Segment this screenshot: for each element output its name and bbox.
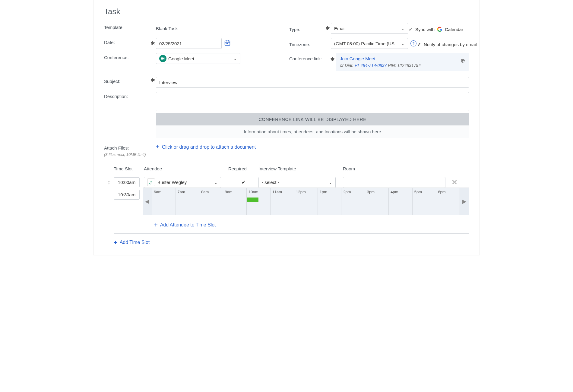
- add-attendee-button[interactable]: + Add Attendee to Time Slot: [154, 222, 216, 229]
- pin-value: 122483179#: [397, 63, 421, 68]
- svg-rect-6: [462, 60, 465, 63]
- calendar-word: Calendar: [445, 27, 463, 32]
- conf-placeholder-banner: CONFERENCE LINK WILL BE DISPLAYED HERE: [156, 113, 469, 125]
- chevron-down-icon: ⌄: [214, 180, 218, 185]
- timeline-hour: 2pm: [341, 188, 365, 215]
- add-time-slot-button[interactable]: + Add Time Slot: [114, 239, 150, 246]
- svg-point-8: [151, 181, 152, 182]
- header-time: Time Slot: [114, 166, 143, 171]
- attendee-name: Buster Wegley: [157, 180, 187, 185]
- date-input[interactable]: 02/25/2021: [156, 38, 222, 49]
- required-checkbox[interactable]: [241, 180, 246, 185]
- conference-link-box: Join Google Meet or Dial: +1 484-714-083…: [336, 53, 469, 71]
- notify-checkbox[interactable]: [416, 42, 421, 47]
- chevron-down-icon: ⌄: [401, 26, 405, 31]
- conference-link-label: Conference link:: [289, 53, 330, 61]
- plus-icon: +: [114, 239, 117, 246]
- timeline-hour: 11am: [271, 188, 294, 215]
- conference-select[interactable]: Google Meet ⌄: [156, 53, 240, 64]
- timeline-hour: 12pm: [294, 188, 318, 215]
- plus-icon: +: [156, 144, 160, 150]
- date-label: Date:: [104, 38, 150, 45]
- timeline-event[interactable]: [247, 198, 258, 202]
- notify-label: Notify of changes by email: [424, 42, 477, 47]
- subject-label: Subject:: [104, 77, 150, 84]
- timeline[interactable]: 6am7am8am9am10am11am12pm1pm2pm3pm4pm5pm6…: [152, 188, 460, 215]
- timeline-prev-button[interactable]: ◀: [143, 188, 152, 215]
- avatar-icon: [147, 179, 155, 186]
- interview-template-select[interactable]: - select - ⌄: [258, 177, 336, 188]
- timeline-hour: 3pm: [365, 188, 389, 215]
- dial-phone-link[interactable]: +1 484-714-0837: [354, 63, 387, 68]
- chevron-down-icon: ⌄: [401, 41, 405, 46]
- description-textarea[interactable]: [156, 92, 469, 111]
- attach-link[interactable]: + Click or drag and drop to attach a doc…: [156, 144, 256, 150]
- header-attendee: Attendee: [143, 166, 228, 171]
- attendee-select[interactable]: Buster Wegley ⌄: [144, 177, 221, 188]
- slot-end-input[interactable]: 10:30am: [114, 190, 140, 200]
- sync-label: Sync with: [415, 27, 435, 32]
- attach-sublabel: (3 files max, 10MB limit): [104, 152, 150, 157]
- attach-cta-text: Click or drag and drop to attach a docum…: [162, 144, 256, 150]
- page-title: Task: [104, 7, 469, 16]
- timeline-hour: 6am: [152, 188, 176, 215]
- sync-checkbox[interactable]: [408, 27, 413, 32]
- svg-rect-4: [226, 43, 227, 44]
- svg-rect-5: [227, 43, 228, 44]
- join-meet-link[interactable]: Join Google Meet: [340, 56, 375, 61]
- timeline-hour: 7am: [176, 188, 200, 215]
- conference-label: Conference:: [104, 53, 150, 60]
- header-template: Interview Template: [258, 166, 343, 171]
- svg-rect-7: [461, 59, 464, 62]
- timeline-next-button[interactable]: ▶: [460, 188, 469, 215]
- conference-select-value: Google Meet: [168, 56, 194, 61]
- room-input[interactable]: [343, 177, 445, 188]
- timezone-label: Timezone:: [289, 40, 325, 47]
- timeline-hour: 9am: [223, 188, 247, 215]
- dial-label: or Dial:: [340, 63, 353, 68]
- plus-icon: +: [154, 222, 158, 229]
- description-label: Description:: [104, 92, 150, 99]
- timeline-hour: 8am: [199, 188, 223, 215]
- interview-template-value: - select -: [262, 180, 279, 185]
- date-input-value: 02/25/2021: [159, 41, 182, 46]
- type-select-value: Email: [334, 26, 346, 31]
- pin-label: PIN:: [388, 63, 396, 68]
- type-label: Type:: [289, 25, 325, 32]
- timeline-hour: 6pm: [436, 188, 460, 215]
- chevron-down-icon: ⌄: [233, 56, 237, 61]
- type-select[interactable]: Email ⌄: [331, 23, 408, 34]
- chevron-down-icon: ⌄: [329, 180, 332, 185]
- attach-label: Attach Files: (3 files max, 10MB limit): [104, 144, 150, 157]
- drag-handle-icon[interactable]: ↕: [104, 179, 114, 186]
- svg-rect-0: [225, 41, 230, 45]
- template-label: Template:: [104, 23, 150, 30]
- google-logo-icon: [437, 27, 442, 32]
- timeline-hour: 1pm: [318, 188, 342, 215]
- timezone-select-value: (GMT-08:00) Pacific Time (US: [334, 41, 394, 46]
- timeline-hour: 5pm: [413, 188, 436, 215]
- timeline-hour: 10am: [247, 188, 271, 215]
- template-value: Blank Task: [156, 26, 178, 31]
- timezone-select[interactable]: (GMT-08:00) Pacific Time (US ⌄: [331, 38, 408, 49]
- timeline-hour: 4pm: [389, 188, 413, 215]
- header-room: Room: [343, 166, 451, 171]
- add-attendee-text: Add Attendee to Time Slot: [160, 222, 216, 228]
- help-icon[interactable]: ?: [410, 40, 416, 46]
- copy-icon[interactable]: [461, 58, 466, 65]
- delete-row-icon[interactable]: ✕: [451, 178, 457, 186]
- subject-input-value: Interview: [159, 80, 177, 85]
- subject-input[interactable]: Interview: [156, 77, 469, 88]
- add-time-slot-text: Add Time Slot: [120, 240, 150, 245]
- google-meet-icon: [159, 55, 166, 62]
- header-required: Required: [228, 166, 258, 171]
- calendar-icon[interactable]: [224, 40, 231, 48]
- slot-start-input[interactable]: 10:00am: [114, 177, 140, 187]
- info-placeholder-banner: Information about times, attendees, and …: [156, 125, 469, 138]
